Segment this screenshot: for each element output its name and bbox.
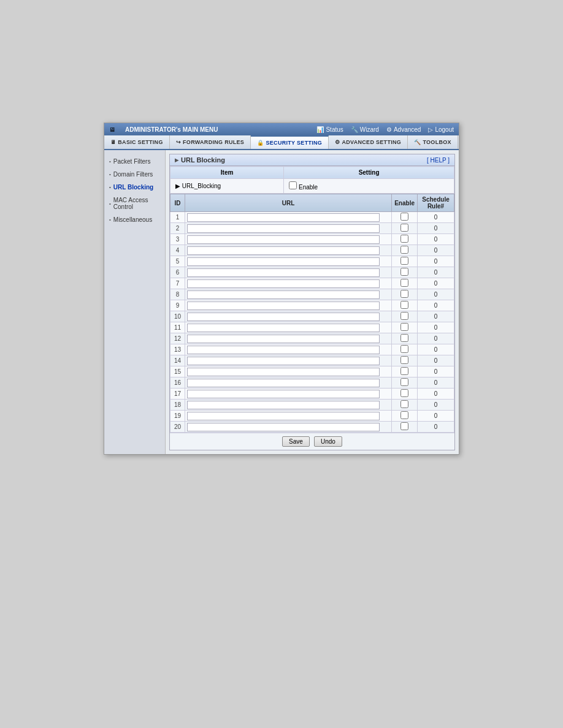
- url-input-20[interactable]: [187, 423, 380, 431]
- url-input-4[interactable]: [187, 246, 380, 255]
- row-enable-cell: [392, 278, 418, 289]
- url-input-16[interactable]: [187, 379, 380, 387]
- url-input-1[interactable]: [187, 213, 380, 222]
- row-schedule-cell: 0: [418, 300, 454, 311]
- url-input-12[interactable]: [187, 335, 380, 343]
- url-input-14[interactable]: [187, 357, 380, 365]
- row-id: 3: [170, 234, 185, 245]
- enable-checkbox-18[interactable]: [400, 400, 408, 408]
- help-link[interactable]: [ HELP ]: [427, 157, 450, 164]
- url-enable-header-row: Item Setting: [170, 167, 454, 179]
- nav-logout[interactable]: ▷ Logout: [428, 126, 454, 133]
- sidebar-item-packet-filters[interactable]: Packet Filters: [104, 155, 165, 168]
- sidebar-item-miscellaneous[interactable]: Miscellaneous: [104, 213, 165, 226]
- row-schedule-cell: 0: [418, 422, 454, 433]
- wizard-icon: 🔧: [351, 126, 358, 133]
- enable-checkbox-7[interactable]: [400, 279, 408, 287]
- enable-checkbox-11[interactable]: [400, 323, 408, 331]
- schedule-value: 0: [434, 302, 438, 309]
- nav-advanced[interactable]: ⚙ Advanced: [386, 126, 421, 133]
- tab-toolbox[interactable]: 🔨 TOOLBOX: [408, 135, 458, 149]
- url-input-2[interactable]: [187, 224, 380, 233]
- schedule-value: 0: [434, 379, 438, 386]
- enable-checkbox-16[interactable]: [400, 378, 408, 386]
- enable-checkbox-19[interactable]: [400, 411, 408, 419]
- status-icon: 📊: [316, 126, 324, 133]
- schedule-value: 0: [434, 236, 438, 243]
- row-enable-cell: [392, 300, 418, 311]
- url-data-table: ID URL Enable Schedule Rule# 10203040506…: [170, 194, 454, 433]
- row-url-cell: [185, 344, 392, 355]
- sidebar-item-domain-filters[interactable]: Domain Filters: [104, 168, 165, 181]
- enable-checkbox-8[interactable]: [400, 290, 408, 298]
- tab-security-setting[interactable]: 🔒 SECURITY SETTING: [251, 135, 329, 149]
- enable-checkbox-12[interactable]: [400, 334, 408, 342]
- schedule-value: 0: [434, 313, 438, 320]
- sidebar-item-mac-access-control[interactable]: MAC Access Control: [104, 194, 165, 213]
- url-input-17[interactable]: [187, 390, 380, 398]
- row-schedule-cell: 0: [418, 389, 454, 400]
- row-url-cell: [185, 234, 392, 245]
- url-input-10[interactable]: [187, 313, 380, 321]
- row-schedule-cell: 0: [418, 234, 454, 245]
- save-button[interactable]: Save: [282, 436, 310, 447]
- row-enable-cell: [392, 389, 418, 400]
- enable-checkbox-14[interactable]: [400, 356, 408, 364]
- schedule-value: 0: [434, 368, 438, 375]
- row-url-cell: [185, 389, 392, 400]
- url-input-6[interactable]: [187, 268, 380, 277]
- tab-forwarding-rules[interactable]: ↪ FORWARDING RULES: [170, 135, 251, 149]
- url-input-19[interactable]: [187, 412, 380, 420]
- enable-checkbox-2[interactable]: [400, 224, 408, 232]
- row-id: 2: [170, 223, 185, 234]
- forwarding-rules-icon: ↪: [176, 139, 181, 145]
- schedule-value: 0: [434, 291, 438, 298]
- enable-checkbox-4[interactable]: [400, 246, 408, 254]
- tab-basic-setting[interactable]: 🖥 BASIC SETTING: [104, 135, 170, 149]
- enable-checkbox-3[interactable]: [400, 235, 408, 243]
- schedule-value: 0: [434, 401, 438, 408]
- row-enable-cell: [392, 422, 418, 433]
- undo-button[interactable]: Undo: [314, 436, 342, 447]
- table-row: 170: [170, 389, 454, 400]
- url-input-7[interactable]: [187, 279, 380, 288]
- url-input-18[interactable]: [187, 401, 380, 409]
- enable-checkbox-13[interactable]: [400, 345, 408, 353]
- enable-checkbox-1[interactable]: [400, 213, 408, 221]
- enable-checkbox-20[interactable]: [400, 422, 408, 430]
- row-url-cell: [185, 278, 392, 289]
- enable-checkbox-10[interactable]: [400, 312, 408, 320]
- enable-checkbox-9[interactable]: [400, 301, 408, 309]
- url-input-11[interactable]: [187, 324, 380, 332]
- tab-advanced-setting[interactable]: ⚙ ADVANCED SETTING: [329, 135, 408, 149]
- row-url-cell: [185, 267, 392, 278]
- enable-checkbox-6[interactable]: [400, 268, 408, 276]
- monitor-icon: [109, 126, 115, 133]
- sidebar-item-url-blocking[interactable]: URL Blocking: [104, 181, 165, 194]
- enable-checkbox-15[interactable]: [400, 367, 408, 375]
- setting-header: Setting: [284, 167, 454, 179]
- url-input-8[interactable]: [187, 290, 380, 299]
- schedule-value: 0: [434, 225, 438, 232]
- row-schedule-cell: 0: [418, 256, 454, 267]
- schedule-value: 0: [434, 214, 438, 221]
- url-input-9[interactable]: [187, 301, 380, 310]
- row-schedule-cell: 0: [418, 311, 454, 322]
- content-wrapper: Packet Filters Domain Filters URL Blocki…: [104, 150, 459, 454]
- row-url-cell: [185, 422, 392, 433]
- url-input-15[interactable]: [187, 368, 380, 376]
- table-row: 140: [170, 355, 454, 366]
- schedule-value: 0: [434, 324, 438, 331]
- url-input-13[interactable]: [187, 346, 380, 354]
- row-enable-cell: [392, 355, 418, 366]
- nav-wizard[interactable]: 🔧 Wizard: [351, 126, 379, 133]
- url-input-5[interactable]: [187, 257, 380, 266]
- row-schedule-cell: 0: [418, 278, 454, 289]
- row-url-cell: [185, 300, 392, 311]
- url-blocking-enable-checkbox[interactable]: [289, 181, 297, 189]
- enable-checkbox-5[interactable]: [400, 257, 408, 265]
- row-url-cell: [185, 400, 392, 411]
- url-input-3[interactable]: [187, 235, 380, 244]
- enable-checkbox-17[interactable]: [400, 389, 408, 397]
- nav-status[interactable]: 📊 Status: [316, 126, 343, 133]
